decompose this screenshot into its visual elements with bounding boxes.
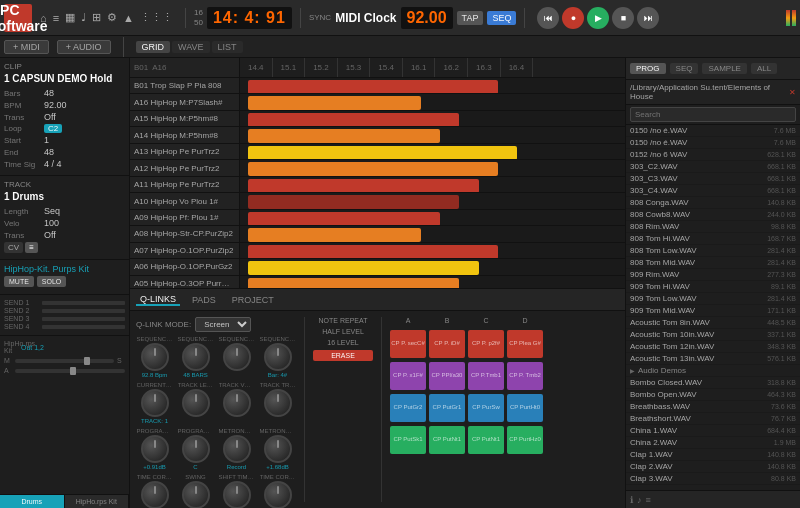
clip[interactable] xyxy=(248,195,460,208)
home-icon[interactable]: ⌂ xyxy=(40,12,47,24)
tab-qlinks[interactable]: Q-LINKS xyxy=(136,294,180,306)
file-item[interactable]: Acoustic Tom 13in.WAV576.1 KB xyxy=(626,353,800,365)
midi-icon[interactable]: ≡ xyxy=(53,12,59,24)
mute-button[interactable]: MUTE xyxy=(4,276,34,287)
file-item[interactable]: 808 Conga.WAV140.8 KB xyxy=(626,197,800,209)
pad-8[interactable]: CP P. Tmb2 xyxy=(507,362,543,390)
arrange-icon[interactable]: ▦ xyxy=(65,11,75,24)
knob[interactable] xyxy=(223,389,251,417)
file-item[interactable]: Clap 2.WAV140.8 KB xyxy=(626,461,800,473)
knob[interactable] xyxy=(223,435,251,463)
arr-track-content[interactable] xyxy=(240,127,625,142)
play-button[interactable]: ▶ xyxy=(587,7,609,29)
stop-button[interactable]: ■ xyxy=(612,7,634,29)
clip[interactable] xyxy=(248,278,460,288)
file-item[interactable]: Breathshort.WAV76.7 KB xyxy=(626,413,800,425)
clip[interactable] xyxy=(248,80,498,93)
add-audio-button[interactable]: + AUDIO xyxy=(57,40,111,54)
file-item[interactable]: China 2.WAV1.9 MB xyxy=(626,437,800,449)
knob[interactable] xyxy=(264,481,292,508)
file-item[interactable]: Bombo Open.WAV464.3 KB xyxy=(626,389,800,401)
file-item[interactable]: 0152 /no 6 WAV628.1 KB xyxy=(626,149,800,161)
file-item[interactable]: Audio Demos xyxy=(626,365,800,377)
solo-button[interactable]: SOLO xyxy=(37,276,66,287)
right-tab-all[interactable]: ALL xyxy=(751,63,777,74)
clip[interactable] xyxy=(248,228,421,241)
tap-button[interactable]: TAP xyxy=(457,11,484,25)
file-item[interactable]: Breathbass.WAV73.6 KB xyxy=(626,401,800,413)
file-item[interactable]: 909 Rim.WAV277.3 KB xyxy=(626,269,800,281)
knob[interactable] xyxy=(182,389,210,417)
knob[interactable] xyxy=(264,343,292,371)
length-value[interactable]: Seq xyxy=(44,206,60,216)
knob[interactable] xyxy=(141,435,169,463)
clip[interactable] xyxy=(248,129,441,142)
clip[interactable] xyxy=(248,212,441,225)
file-item[interactable]: 0150 /no é.WAV7.6 MB xyxy=(626,137,800,149)
file-item[interactable]: Acoustic Tom 12in.WAV348.3 KB xyxy=(626,341,800,353)
file-item[interactable]: 808 Tom Hi.WAV168.7 KB xyxy=(626,233,800,245)
bpm-value[interactable]: 92.00 xyxy=(44,100,67,110)
bpm-display[interactable]: 92.00 xyxy=(401,7,453,29)
pad-2[interactable]: CP P. iD# xyxy=(429,330,465,358)
pad-11[interactable]: CP PurSw xyxy=(468,394,504,422)
pad-14[interactable]: CP PutNt1 xyxy=(429,426,465,454)
right-tab-seq[interactable]: SEQ xyxy=(670,63,699,74)
pad-3[interactable]: CP P. p2f# xyxy=(468,330,504,358)
arr-track-content[interactable] xyxy=(240,259,625,274)
arr-track-content[interactable] xyxy=(240,226,625,241)
arr-track-content[interactable] xyxy=(240,94,625,109)
rewind-button[interactable]: ⏮ xyxy=(537,7,559,29)
knob[interactable] xyxy=(182,435,210,463)
pad-1[interactable]: CP P. secC# xyxy=(390,330,426,358)
start-value[interactable]: 1 xyxy=(44,135,49,145)
send-4-bar[interactable] xyxy=(42,325,125,329)
tab-project[interactable]: PROJECT xyxy=(228,295,278,305)
arr-track-content[interactable] xyxy=(240,78,625,93)
loop-value[interactable]: C2 xyxy=(44,124,62,133)
qlink-mode-select[interactable]: Screen xyxy=(195,317,251,332)
file-item[interactable]: Acoustic Tom 10in.WAV337.1 KB xyxy=(626,329,800,341)
file-item[interactable]: 808 Cowb8.WAV244.0 KB xyxy=(626,209,800,221)
arr-track-content[interactable] xyxy=(240,243,625,258)
record-button[interactable]: ● xyxy=(562,7,584,29)
pad-13[interactable]: CP PutSk1 xyxy=(390,426,426,454)
pad-5[interactable]: CP P. x1F# xyxy=(390,362,426,390)
tab-pads[interactable]: PADS xyxy=(188,295,220,305)
send-3-bar[interactable] xyxy=(42,317,125,321)
piano-icon[interactable]: ♩ xyxy=(81,11,86,24)
file-item[interactable]: 808 Rim.WAV98.8 KB xyxy=(626,221,800,233)
send-2-bar[interactable] xyxy=(42,309,125,313)
grid-icon[interactable]: ⋮⋮⋮ xyxy=(140,11,173,24)
pad-12[interactable]: CP PurtHt0 xyxy=(507,394,543,422)
knob[interactable] xyxy=(182,481,210,508)
settings-icon[interactable]: ⚙ xyxy=(107,11,117,24)
arr-track-content[interactable] xyxy=(240,210,625,225)
cv-button[interactable]: CV xyxy=(4,242,23,253)
time-sig-value[interactable]: 4 / 4 xyxy=(44,159,62,169)
file-item[interactable]: 303_C2.WAV668.1 KB xyxy=(626,161,800,173)
edit-button[interactable]: ≡ xyxy=(25,242,38,253)
tab-grid[interactable]: GRID xyxy=(136,41,171,53)
file-item[interactable]: 909 Tom Hi.WAV89.1 KB xyxy=(626,281,800,293)
vol-fader[interactable] xyxy=(15,359,114,363)
file-item[interactable]: 808 Tom Mid.WAV281.4 KB xyxy=(626,257,800,269)
arr-track-content[interactable] xyxy=(240,276,625,288)
tab-list[interactable]: LIST xyxy=(212,41,243,53)
bars-value[interactable]: 48 xyxy=(44,88,54,98)
tab-kit[interactable]: HipHo.rps Kit xyxy=(65,495,130,508)
arr-track-content[interactable] xyxy=(240,144,625,159)
arr-track-content[interactable] xyxy=(240,193,625,208)
end-value[interactable]: 48 xyxy=(44,147,54,157)
file-item[interactable]: Clap 1.WAV140.8 KB xyxy=(626,449,800,461)
knob[interactable] xyxy=(264,435,292,463)
pan-fader[interactable] xyxy=(15,369,125,373)
knob[interactable] xyxy=(264,389,292,417)
file-item[interactable]: 909 Tom Mid.WAV171.1 KB xyxy=(626,305,800,317)
clip[interactable] xyxy=(248,179,479,192)
arr-track-content[interactable] xyxy=(240,177,625,192)
velo-value[interactable]: 100 xyxy=(44,218,59,228)
close-file-icon[interactable]: ✕ xyxy=(789,88,796,97)
add-midi-button[interactable]: + MIDI xyxy=(4,40,49,54)
erase-button[interactable]: ERASE xyxy=(313,350,373,361)
